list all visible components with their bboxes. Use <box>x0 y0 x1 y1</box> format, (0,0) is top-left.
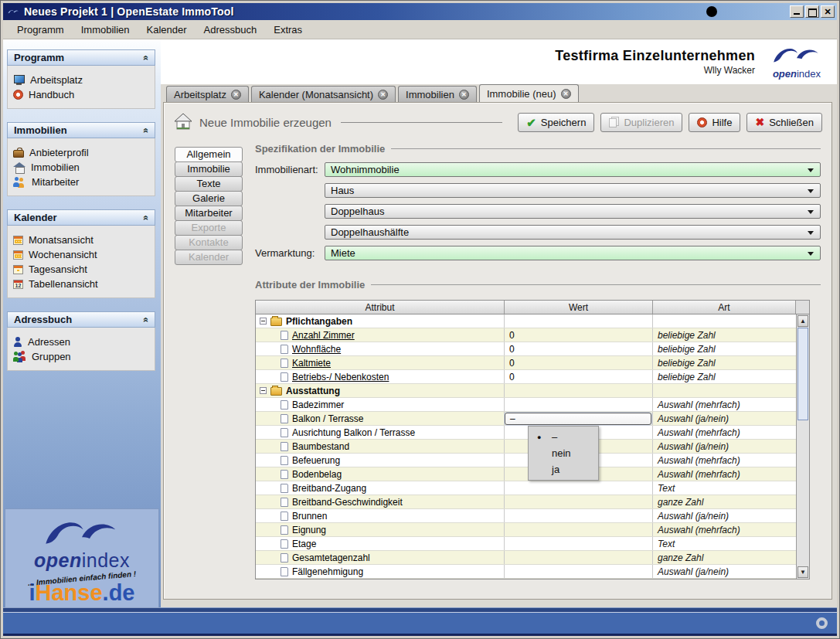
wert-cell[interactable]: – <box>505 412 653 425</box>
maximize-button[interactable] <box>805 5 819 18</box>
attr-row-befeuerung[interactable]: BefeuerungAuswahl (mehrfach) <box>256 454 796 467</box>
sidebar-item-tabellenansicht[interactable]: Tabellenansicht <box>13 277 149 291</box>
wert-cell[interactable] <box>505 551 653 564</box>
attr-row-breitband-geschwindigkeit[interactable]: Breitband-Geschwindigkeitganze Zahl <box>256 495 796 509</box>
table-scrollbar[interactable]: ▲ ▼ <box>796 314 809 579</box>
attr-row-etage[interactable]: EtageText <box>256 537 796 551</box>
minimize-button[interactable] <box>790 5 804 18</box>
select-wohnimmobilie[interactable]: Wohnimmobilie <box>325 162 821 177</box>
attribute-label[interactable]: Ausrichtung Balkon / Terrasse <box>292 427 415 438</box>
option-nein[interactable]: nein <box>529 445 598 461</box>
collapse-chevron-icon[interactable] <box>141 127 151 133</box>
collapse-expander-icon[interactable] <box>260 318 267 325</box>
sidetab-mitarbeiter[interactable]: Mitarbeiter <box>175 206 243 221</box>
wert-cell[interactable] <box>505 481 653 495</box>
menu-immobilien[interactable]: Immobilien <box>73 22 138 37</box>
attribute-label[interactable]: Wohnfläche <box>292 344 341 355</box>
value-editor[interactable]: – <box>505 413 651 425</box>
select-doppelhaus[interactable]: Doppelhaus <box>325 204 821 219</box>
scroll-up-button[interactable]: ▲ <box>797 315 808 327</box>
tab-close-icon[interactable] <box>561 89 571 99</box>
schließen-button[interactable]: Schließen <box>746 113 822 132</box>
menu-extras[interactable]: Extras <box>266 22 310 37</box>
wert-cell[interactable]: 0 <box>505 342 653 355</box>
collapse-chevron-icon[interactable] <box>141 55 151 60</box>
attribute-label[interactable]: Bodenbelag <box>292 469 342 480</box>
speichern-button[interactable]: Speichern <box>518 113 594 132</box>
sidebar-item-arbeitsplatz[interactable]: Arbeitsplatz <box>13 73 149 87</box>
sidetab-galerie[interactable]: Galerie <box>175 191 243 206</box>
wert-cell[interactable] <box>505 537 653 550</box>
sidetab-allgemein[interactable]: Allgemein <box>175 147 243 162</box>
sidetab-texte[interactable]: Texte <box>175 176 243 192</box>
attr-row-wohnfläche[interactable]: Wohnfläche0beliebige Zahl <box>256 342 796 356</box>
column-header-attribut[interactable]: Attribut <box>256 301 505 314</box>
attr-row-bodenbelag[interactable]: BodenbelagAuswahl (mehrfach) <box>256 467 796 481</box>
attr-row-kaltmiete[interactable]: Kaltmiete0beliebige Zahl <box>256 356 796 370</box>
sidetab-immobilie[interactable]: Immobilie <box>175 161 243 177</box>
sidebar-item-adressen[interactable]: Adressen <box>13 335 149 349</box>
attribute-label[interactable]: Gesamtetagenzahl <box>292 552 370 563</box>
wert-cell[interactable]: 0 <box>505 356 653 369</box>
attr-row-eignung[interactable]: EignungAuswahl (mehrfach) <box>256 523 796 537</box>
select-doppelhaushälfte[interactable]: Doppelhaushälfte <box>325 225 821 240</box>
menu-kalender[interactable]: Kalender <box>139 22 195 37</box>
wert-cell[interactable] <box>505 495 653 508</box>
sidebar-section-header[interactable]: Adressbuch <box>7 311 155 328</box>
tab-close-icon[interactable] <box>459 90 469 100</box>
collapse-chevron-icon[interactable] <box>141 317 151 322</box>
sidebar-item-immobilien[interactable]: Immobilien <box>13 160 149 175</box>
sidebar-section-header[interactable]: Immobilien <box>7 122 155 138</box>
sidebar-section-header[interactable]: Programm <box>7 49 155 66</box>
sidebar-item-mitarbeiter[interactable]: Mitarbeiter <box>13 175 149 189</box>
attr-row-breitband-zugang[interactable]: Breitband-ZugangText <box>256 481 796 495</box>
attr-group-pflichtangaben[interactable]: Pflichtangaben <box>256 314 796 328</box>
select-miete[interactable]: Miete <box>325 246 821 260</box>
wert-cell[interactable] <box>505 314 653 328</box>
scroll-down-button[interactable]: ▼ <box>797 566 808 578</box>
attribute-label[interactable]: Badezimmer <box>292 399 344 410</box>
attribute-label[interactable]: Betriebs-/ Nebenkosten <box>292 372 389 382</box>
sidebar-item-wochenansicht[interactable]: Wochenansicht <box>13 247 149 262</box>
tab-immobilie-neu[interactable]: Immobilie (neu) <box>479 84 579 102</box>
tab-close-icon[interactable] <box>231 90 241 100</box>
attribute-label[interactable]: Etage <box>292 539 316 549</box>
collapse-expander-icon[interactable] <box>260 387 267 394</box>
close-window-button[interactable] <box>821 5 835 18</box>
wert-cell[interactable] <box>505 565 653 578</box>
column-header-wert[interactable]: Wert <box>505 301 653 314</box>
attr-row-brunnen[interactable]: BrunnenAuswahl (ja/nein) <box>256 509 796 523</box>
attr-row-balkon-terrasse[interactable]: Balkon / Terrasse–Auswahl (ja/nein) <box>256 412 796 426</box>
attribute-label[interactable]: Befeuerung <box>292 455 340 466</box>
menu-programm[interactable]: Programm <box>9 22 72 37</box>
attr-row-baumbestand[interactable]: BaumbestandAuswahl (ja/nein) <box>256 440 796 454</box>
attr-row-betriebs-nebenkosten[interactable]: Betriebs-/ Nebenkosten0beliebige Zahl <box>256 370 796 384</box>
attribute-label[interactable]: Anzahl Zimmer <box>292 330 355 341</box>
wert-cell[interactable]: 0 <box>505 370 653 383</box>
sidebar-item-tagesansicht[interactable]: Tagesansicht <box>13 262 149 277</box>
sidebar-item-anbieterprofil[interactable]: Anbieterprofil <box>13 145 149 160</box>
option-ja[interactable]: ja <box>529 461 598 478</box>
option-dash[interactable]: – <box>529 429 598 445</box>
attribute-label[interactable]: Balkon / Terrasse <box>292 413 364 424</box>
wert-cell[interactable]: 0 <box>505 328 653 342</box>
attr-group-ausstattung[interactable]: Ausstattung <box>256 384 796 398</box>
wert-cell[interactable] <box>505 523 653 536</box>
attribute-label[interactable]: Breitband-Zugang <box>292 483 366 494</box>
collapse-chevron-icon[interactable] <box>141 215 151 220</box>
attribute-label[interactable]: Fällgenehmigung <box>292 566 363 577</box>
attribute-label[interactable]: Kaltmiete <box>292 358 331 369</box>
tab-kalender-monatsansicht[interactable]: Kalender (Monatsansicht) <box>251 86 396 102</box>
menu-adressbuch[interactable]: Adressbuch <box>196 22 265 37</box>
select-haus[interactable]: Haus <box>325 183 821 198</box>
tab-close-icon[interactable] <box>378 90 388 100</box>
sidebar-section-header[interactable]: Kalender <box>7 209 155 226</box>
attr-row-anzahl-zimmer[interactable]: Anzahl Zimmer0beliebige Zahl <box>256 328 796 342</box>
wert-cell[interactable] <box>505 509 653 522</box>
wert-cell[interactable] <box>505 384 653 397</box>
sidebar-item-handbuch[interactable]: Handbuch <box>13 87 149 102</box>
tab-arbeitsplatz[interactable]: Arbeitsplatz <box>166 86 249 102</box>
scrollbar-thumb[interactable] <box>797 328 808 420</box>
column-header-art[interactable]: Art <box>653 301 796 314</box>
tab-immobilien[interactable]: Immobilien <box>398 86 477 102</box>
